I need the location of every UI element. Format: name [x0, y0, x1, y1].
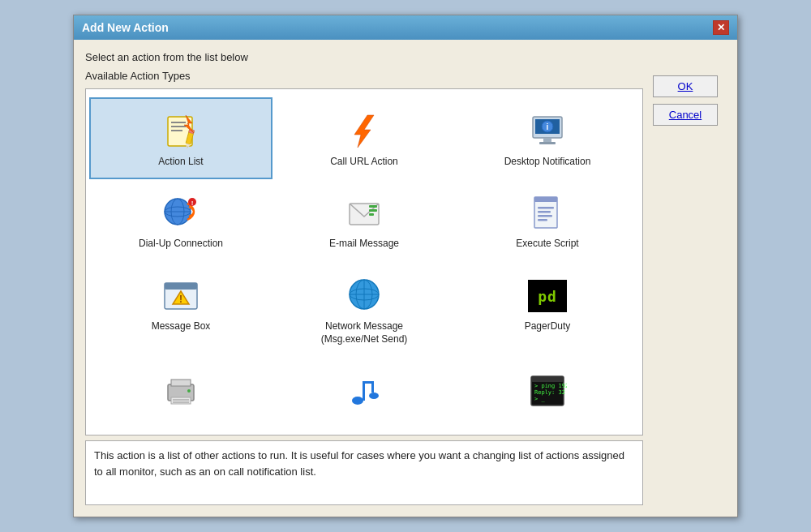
email-message-icon [345, 194, 384, 233]
svg-point-47 [352, 397, 363, 405]
action-label-action-list: Action List [158, 156, 203, 169]
dialog-body: Select an action from the list below Ava… [74, 40, 737, 517]
svg-text:i: i [547, 122, 549, 131]
action-item-action-list[interactable]: Action List [89, 97, 272, 180]
right-panel: OK Cancel [653, 51, 726, 505]
cancel-button[interactable]: Cancel [653, 104, 718, 126]
action-label-call-url: Call URL Action [330, 156, 398, 169]
sound-icon [345, 371, 384, 410]
instruction-text: Select an action from the list below [85, 51, 643, 63]
svg-text:Reply: 32 bytes: Reply: 32 bytes [534, 389, 567, 396]
action-item-message-box[interactable]: ! Message Box [89, 262, 272, 357]
action-label-dialup-connection: Dial-Up Connection [139, 238, 223, 251]
svg-text:> _: > _ [534, 396, 545, 402]
svg-text:!: ! [179, 294, 182, 305]
svg-rect-29 [538, 211, 551, 213]
close-button[interactable]: ✕ [713, 20, 729, 35]
svg-rect-33 [165, 283, 197, 290]
svg-rect-31 [538, 219, 547, 221]
svg-text:> ping 192.168: > ping 192.168 [534, 383, 567, 389]
action-item-email-message[interactable]: E-mail Message [272, 179, 456, 262]
svg-rect-42 [171, 380, 191, 386]
action-item-pagerduty[interactable]: pdPagerDuty [456, 262, 639, 357]
action-item-dialup-connection[interactable]: ! Dial-Up Connection [89, 179, 272, 262]
action-label-execute-script: Execute Script [516, 238, 578, 251]
call-url-icon [345, 112, 384, 151]
svg-rect-2 [171, 126, 186, 127]
svg-rect-48 [363, 381, 365, 401]
svg-rect-30 [538, 215, 552, 217]
section-label: Available Action Types [85, 70, 643, 82]
pagerduty-brand-icon: pd [528, 280, 567, 312]
svg-rect-45 [173, 401, 189, 403]
dialup-connection-icon: ! [161, 194, 200, 233]
action-grid-container: Action List Call URL Action i Desktop No… [85, 88, 643, 435]
message-box-icon: ! [161, 277, 200, 315]
dialog-title: Add New Action [82, 21, 169, 34]
action-label-pagerduty: PagerDuty [525, 320, 571, 333]
svg-rect-15 [539, 142, 556, 144]
svg-rect-24 [369, 209, 377, 212]
action-item-printer[interactable] [89, 357, 272, 427]
action-item-sound[interactable] [272, 357, 456, 427]
svg-rect-1 [171, 122, 186, 123]
printer-icon [161, 371, 200, 410]
action-item-terminal[interactable]: > ping 192.168 Reply: 32 bytes > _ [456, 357, 639, 427]
svg-text:!: ! [191, 200, 194, 207]
svg-rect-28 [538, 207, 554, 209]
action-item-desktop-notification[interactable]: i Desktop Notification [456, 97, 639, 180]
action-label-network-message: Network Message (Msg.exe/Net Send) [321, 320, 408, 345]
action-label-message-box: Message Box [152, 320, 211, 333]
ok-button[interactable]: OK [653, 75, 718, 97]
action-item-network-message[interactable]: Network Message (Msg.exe/Net Send) [272, 262, 456, 357]
svg-marker-9 [354, 115, 374, 148]
terminal-icon: > ping 192.168 Reply: 32 bytes > _ [528, 371, 567, 410]
action-item-execute-script[interactable]: Execute Script [456, 179, 639, 262]
svg-rect-25 [369, 213, 374, 216]
description-box: This action is a list of other actions t… [85, 440, 643, 505]
action-list-icon [161, 112, 200, 151]
action-label-email-message: E-mail Message [329, 238, 399, 251]
svg-point-46 [187, 389, 191, 393]
svg-rect-3 [171, 130, 182, 131]
svg-point-51 [369, 393, 379, 399]
svg-rect-14 [543, 138, 551, 142]
svg-rect-50 [371, 381, 374, 393]
left-panel: Select an action from the list below Ava… [85, 51, 643, 505]
title-bar: Add New Action ✕ [74, 15, 737, 40]
desktop-notification-icon: i [528, 112, 567, 151]
svg-rect-27 [534, 197, 557, 202]
action-grid: Action List Call URL Action i Desktop No… [86, 89, 642, 435]
add-new-action-dialog: Add New Action ✕ Select an action from t… [73, 15, 738, 517]
svg-rect-44 [173, 399, 189, 401]
action-label-desktop-notification: Desktop Notification [504, 156, 591, 169]
execute-script-icon [528, 194, 567, 233]
pagerduty-icon: pd [528, 277, 567, 315]
action-item-call-url[interactable]: Call URL Action [272, 97, 456, 180]
network-message-icon [345, 277, 384, 315]
svg-rect-53 [531, 376, 564, 382]
svg-rect-23 [369, 205, 377, 208]
